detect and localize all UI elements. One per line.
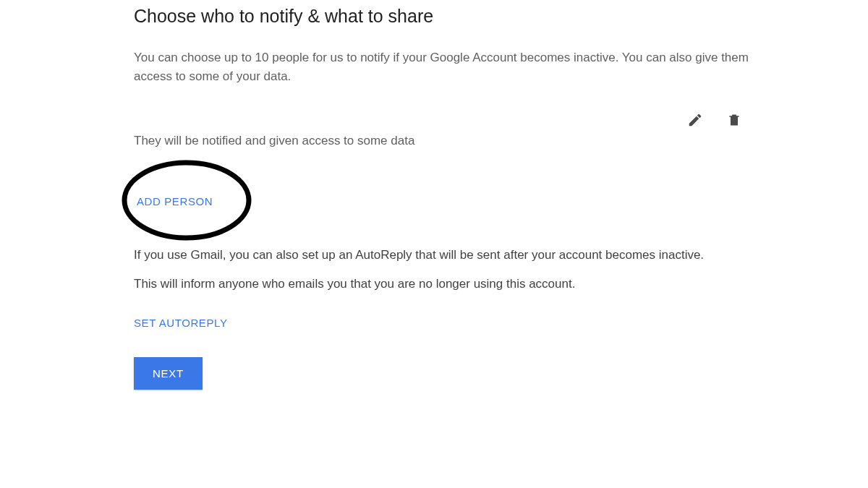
notify-subtext: They will be notified and given access t…: [134, 132, 756, 150]
page-description: You can choose up to 10 people for us to…: [134, 48, 749, 85]
next-button[interactable]: NEXT: [134, 357, 203, 390]
autoreply-row: SET AUTOREPLY: [134, 317, 756, 330]
autoreply-paragraph-2: This will inform anyone who emails you t…: [134, 275, 749, 294]
add-person-area: ADD PERSON: [134, 159, 756, 246]
set-autoreply-button[interactable]: SET AUTOREPLY: [134, 317, 228, 329]
add-person-button[interactable]: ADD PERSON: [137, 195, 213, 207]
settings-panel: Choose who to notify & what to share You…: [0, 0, 756, 390]
autoreply-paragraph-1: If you use Gmail, you can also set up an…: [134, 246, 749, 265]
trash-icon[interactable]: [726, 111, 743, 129]
pencil-icon[interactable]: [686, 111, 704, 129]
contact-toolbar: [134, 111, 756, 129]
page-title: Choose who to notify & what to share: [134, 6, 756, 27]
